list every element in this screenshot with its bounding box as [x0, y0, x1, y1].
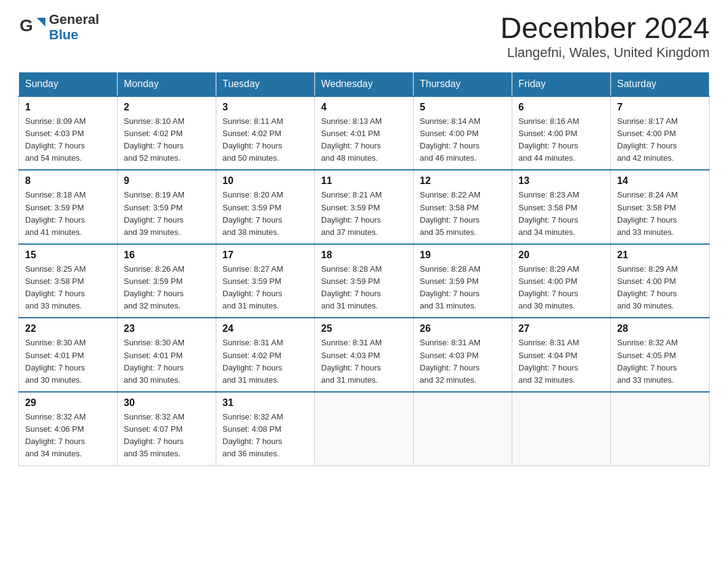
- day-number: 20: [518, 250, 604, 261]
- day-number: 14: [617, 175, 703, 186]
- calendar-week-row: 29Sunrise: 8:32 AMSunset: 4:06 PMDayligh…: [19, 392, 710, 465]
- day-info: Sunrise: 8:13 AMSunset: 4:01 PMDaylight:…: [321, 115, 407, 165]
- calendar-cell: [315, 392, 414, 465]
- day-number: 6: [518, 102, 604, 113]
- day-info: Sunrise: 8:31 AMSunset: 4:03 PMDaylight:…: [420, 337, 506, 386]
- calendar-cell: 11Sunrise: 8:21 AMSunset: 3:59 PMDayligh…: [315, 170, 414, 244]
- calendar-cell: 9Sunrise: 8:19 AMSunset: 3:59 PMDaylight…: [118, 170, 216, 244]
- calendar-cell: 24Sunrise: 8:31 AMSunset: 4:02 PMDayligh…: [216, 318, 315, 392]
- day-number: 23: [124, 323, 210, 334]
- logo-text-line1: General: [49, 12, 99, 27]
- day-number: 12: [420, 175, 506, 186]
- day-number: 28: [617, 323, 703, 334]
- calendar-cell: 22Sunrise: 8:30 AMSunset: 4:01 PMDayligh…: [19, 318, 118, 392]
- day-info: Sunrise: 8:16 AMSunset: 4:00 PMDaylight:…: [518, 115, 604, 165]
- calendar-cell: 30Sunrise: 8:32 AMSunset: 4:07 PMDayligh…: [118, 392, 216, 465]
- page-header: G General Blue December 2024 Llangefni, …: [18, 12, 710, 61]
- day-number: 29: [25, 397, 111, 408]
- calendar-cell: 12Sunrise: 8:22 AMSunset: 3:58 PMDayligh…: [414, 170, 512, 244]
- day-number: 25: [321, 323, 407, 334]
- day-info: Sunrise: 8:25 AMSunset: 3:58 PMDaylight:…: [25, 263, 111, 313]
- day-number: 17: [222, 250, 308, 261]
- day-number: 3: [222, 102, 308, 113]
- calendar-cell: 23Sunrise: 8:30 AMSunset: 4:01 PMDayligh…: [118, 318, 216, 392]
- day-info: Sunrise: 8:28 AMSunset: 3:59 PMDaylight:…: [321, 263, 407, 313]
- calendar-cell: 6Sunrise: 8:16 AMSunset: 4:00 PMDaylight…: [512, 96, 611, 170]
- day-info: Sunrise: 8:26 AMSunset: 3:59 PMDaylight:…: [124, 263, 210, 313]
- svg-text:G: G: [20, 16, 33, 35]
- calendar-table: SundayMondayTuesdayWednesdayThursdayFrid…: [18, 72, 710, 466]
- day-info: Sunrise: 8:27 AMSunset: 3:59 PMDaylight:…: [222, 263, 308, 313]
- calendar-cell: 21Sunrise: 8:29 AMSunset: 4:00 PMDayligh…: [611, 244, 710, 318]
- day-info: Sunrise: 8:29 AMSunset: 4:00 PMDaylight:…: [518, 263, 604, 313]
- day-info: Sunrise: 8:20 AMSunset: 3:59 PMDaylight:…: [222, 189, 308, 239]
- day-number: 22: [25, 323, 111, 334]
- column-header-thursday: Thursday: [414, 72, 512, 96]
- day-number: 13: [518, 175, 604, 186]
- day-number: 2: [124, 102, 210, 113]
- day-info: Sunrise: 8:14 AMSunset: 4:00 PMDaylight:…: [420, 115, 506, 165]
- calendar-cell: [512, 392, 611, 465]
- calendar-cell: 17Sunrise: 8:27 AMSunset: 3:59 PMDayligh…: [216, 244, 315, 318]
- calendar-cell: 10Sunrise: 8:20 AMSunset: 3:59 PMDayligh…: [216, 170, 315, 244]
- column-header-tuesday: Tuesday: [216, 72, 315, 96]
- day-number: 19: [420, 250, 506, 261]
- day-info: Sunrise: 8:22 AMSunset: 3:58 PMDaylight:…: [420, 189, 506, 239]
- day-info: Sunrise: 8:31 AMSunset: 4:02 PMDaylight:…: [222, 337, 308, 386]
- calendar-cell: 13Sunrise: 8:23 AMSunset: 3:58 PMDayligh…: [512, 170, 611, 244]
- logo-icon: G: [18, 13, 45, 42]
- day-number: 4: [321, 102, 407, 113]
- calendar-week-row: 22Sunrise: 8:30 AMSunset: 4:01 PMDayligh…: [19, 318, 710, 392]
- calendar-cell: 29Sunrise: 8:32 AMSunset: 4:06 PMDayligh…: [19, 392, 118, 465]
- calendar-cell: 31Sunrise: 8:32 AMSunset: 4:08 PMDayligh…: [216, 392, 315, 465]
- column-header-wednesday: Wednesday: [315, 72, 414, 96]
- day-number: 24: [222, 323, 308, 334]
- calendar-cell: 8Sunrise: 8:18 AMSunset: 3:59 PMDaylight…: [19, 170, 118, 244]
- calendar-cell: 20Sunrise: 8:29 AMSunset: 4:00 PMDayligh…: [512, 244, 611, 318]
- day-number: 18: [321, 250, 407, 261]
- calendar-cell: 18Sunrise: 8:28 AMSunset: 3:59 PMDayligh…: [315, 244, 414, 318]
- column-header-monday: Monday: [118, 72, 216, 96]
- calendar-week-row: 8Sunrise: 8:18 AMSunset: 3:59 PMDaylight…: [19, 170, 710, 244]
- day-info: Sunrise: 8:09 AMSunset: 4:03 PMDaylight:…: [25, 115, 111, 165]
- calendar-cell: 5Sunrise: 8:14 AMSunset: 4:00 PMDaylight…: [414, 96, 512, 170]
- day-info: Sunrise: 8:32 AMSunset: 4:08 PMDaylight:…: [222, 411, 308, 461]
- day-info: Sunrise: 8:18 AMSunset: 3:59 PMDaylight:…: [25, 189, 111, 239]
- calendar-cell: 15Sunrise: 8:25 AMSunset: 3:58 PMDayligh…: [19, 244, 118, 318]
- calendar-cell: 28Sunrise: 8:32 AMSunset: 4:05 PMDayligh…: [611, 318, 710, 392]
- calendar-cell: 25Sunrise: 8:31 AMSunset: 4:03 PMDayligh…: [315, 318, 414, 392]
- calendar-cell: 3Sunrise: 8:11 AMSunset: 4:02 PMDaylight…: [216, 96, 315, 170]
- day-number: 30: [124, 397, 210, 408]
- column-header-friday: Friday: [512, 72, 611, 96]
- svg-marker-1: [37, 18, 45, 26]
- calendar-week-row: 1Sunrise: 8:09 AMSunset: 4:03 PMDaylight…: [19, 96, 710, 170]
- calendar-cell: 1Sunrise: 8:09 AMSunset: 4:03 PMDaylight…: [19, 96, 118, 170]
- day-number: 7: [617, 102, 703, 113]
- day-number: 21: [617, 250, 703, 261]
- day-info: Sunrise: 8:32 AMSunset: 4:07 PMDaylight:…: [124, 411, 210, 461]
- day-info: Sunrise: 8:28 AMSunset: 3:59 PMDaylight:…: [420, 263, 506, 313]
- day-info: Sunrise: 8:30 AMSunset: 4:01 PMDaylight:…: [124, 337, 210, 386]
- column-header-sunday: Sunday: [19, 72, 118, 96]
- day-number: 31: [222, 397, 308, 408]
- calendar-cell: 19Sunrise: 8:28 AMSunset: 3:59 PMDayligh…: [414, 244, 512, 318]
- day-info: Sunrise: 8:24 AMSunset: 3:58 PMDaylight:…: [617, 189, 703, 239]
- day-info: Sunrise: 8:32 AMSunset: 4:05 PMDaylight:…: [617, 337, 703, 386]
- day-number: 10: [222, 175, 308, 186]
- column-header-saturday: Saturday: [611, 72, 710, 96]
- day-number: 16: [124, 250, 210, 261]
- day-info: Sunrise: 8:17 AMSunset: 4:00 PMDaylight:…: [617, 115, 703, 165]
- day-number: 15: [25, 250, 111, 261]
- day-number: 26: [420, 323, 506, 334]
- calendar-header-row: SundayMondayTuesdayWednesdayThursdayFrid…: [19, 72, 710, 96]
- day-info: Sunrise: 8:23 AMSunset: 3:58 PMDaylight:…: [518, 189, 604, 239]
- logo-text-line2: Blue: [49, 27, 99, 43]
- calendar-cell: [611, 392, 710, 465]
- page-subtitle: Llangefni, Wales, United Kingdom: [500, 45, 710, 61]
- page-title: December 2024: [500, 12, 710, 45]
- calendar-cell: 16Sunrise: 8:26 AMSunset: 3:59 PMDayligh…: [118, 244, 216, 318]
- calendar-cell: 27Sunrise: 8:31 AMSunset: 4:04 PMDayligh…: [512, 318, 611, 392]
- calendar-cell: 26Sunrise: 8:31 AMSunset: 4:03 PMDayligh…: [414, 318, 512, 392]
- calendar-cell: [414, 392, 512, 465]
- day-number: 8: [25, 175, 111, 186]
